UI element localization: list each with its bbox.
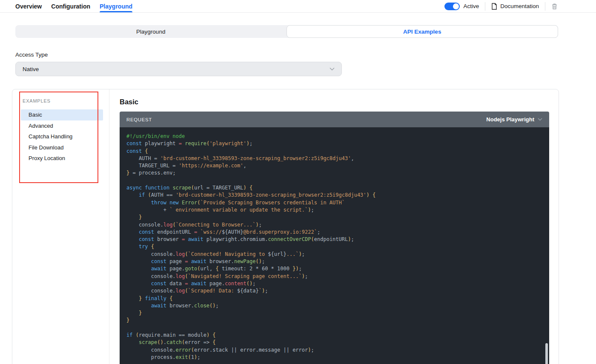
request-label: REQUEST (126, 117, 152, 122)
examples-sidebar: EXAMPLES Basic Advanced Captcha Handling… (12, 89, 109, 364)
documentation-button[interactable]: Documentation (491, 3, 539, 10)
access-type-label: Access Type (15, 52, 596, 58)
top-navigation: Overview Configuration Playground Active… (0, 0, 596, 13)
sidebar-item-basic[interactable]: Basic (21, 109, 103, 120)
language-selector[interactable]: Nodejs Playwright (486, 116, 542, 123)
active-toggle-label: Active (463, 3, 479, 9)
tab-configuration[interactable]: Configuration (51, 0, 90, 12)
code-scrollbar[interactable] (545, 343, 548, 364)
trash-icon (551, 3, 558, 10)
access-type-dropdown[interactable]: Native (15, 62, 342, 76)
examples-list: Basic Advanced Captcha Handling File Dow… (12, 109, 109, 164)
segment-api-examples[interactable]: API Examples (287, 25, 559, 38)
tab-overview[interactable]: Overview (15, 0, 42, 12)
language-value: Nodejs Playwright (486, 116, 534, 123)
active-toggle[interactable] (444, 3, 460, 10)
sidebar-item-advanced[interactable]: Advanced (21, 120, 103, 132)
page-title: Basic (120, 98, 549, 106)
code-block-header: REQUEST Nodejs Playwright (120, 112, 549, 127)
chevron-down-icon (330, 67, 335, 71)
segment-playground[interactable]: Playground (15, 25, 287, 38)
code-content[interactable]: #!/usr/bin/env nodeconst playwright = re… (120, 127, 549, 364)
toggle-knob (453, 3, 459, 9)
example-detail-panel: Basic REQUEST Nodejs Playwright #!/usr/b… (109, 89, 559, 364)
active-toggle-group: Active (444, 3, 479, 10)
examples-card: EXAMPLES Basic Advanced Captcha Handling… (12, 89, 559, 364)
divider (545, 2, 545, 11)
nav-right-controls: Active Documentation (444, 2, 558, 11)
sidebar-item-captcha-handling[interactable]: Captcha Handling (21, 131, 103, 142)
documentation-label: Documentation (500, 3, 539, 9)
request-code-block: REQUEST Nodejs Playwright #!/usr/bin/env… (120, 112, 549, 364)
playground-api-switcher: Playground API Examples (15, 25, 558, 38)
tab-playground[interactable]: Playground (100, 0, 132, 12)
delete-button[interactable] (551, 3, 558, 10)
divider (485, 2, 485, 11)
access-type-value: Native (23, 66, 39, 72)
examples-header: EXAMPLES (12, 98, 109, 103)
sidebar-item-file-download[interactable]: File Download (21, 142, 103, 153)
document-icon (491, 3, 497, 10)
sidebar-item-proxy-location[interactable]: Proxy Location (21, 153, 103, 164)
chevron-down-icon (538, 118, 542, 121)
nav-tabs: Overview Configuration Playground (15, 0, 132, 12)
